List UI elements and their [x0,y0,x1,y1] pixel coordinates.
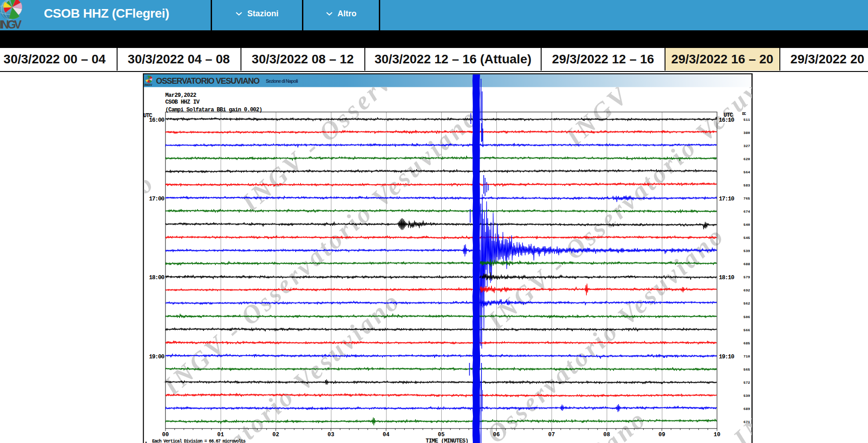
svg-text:CSOB HHZ IV: CSOB HHZ IV [165,99,199,105]
svg-text:511: 511 [743,117,750,121]
svg-text:08: 08 [603,431,610,438]
svg-text:19:00: 19:00 [149,353,165,360]
svg-text:INGV: INGV [144,83,152,86]
svg-text:05: 05 [438,431,444,438]
svg-text:620: 620 [743,157,750,161]
svg-text:539: 539 [743,393,750,397]
svg-text:INGV: INGV [0,18,22,30]
svg-text:327: 327 [743,143,750,148]
svg-text:06: 06 [493,431,500,438]
svg-text:DC: DC [742,112,746,116]
svg-text:Sezione di Napoli: Sezione di Napoli [266,78,298,84]
svg-text:692: 692 [743,288,750,292]
svg-text:10: 10 [713,431,720,438]
svg-text:04: 04 [382,431,389,438]
svg-text:380: 380 [743,130,750,134]
svg-text:03: 03 [327,431,334,438]
svg-text:572: 572 [743,380,750,384]
svg-text:688: 688 [743,262,750,266]
svg-text:00: 00 [162,431,169,438]
svg-text:583: 583 [743,183,750,187]
svg-text:09: 09 [658,431,665,438]
svg-text:506: 506 [743,314,750,319]
svg-text:540: 540 [743,223,750,227]
svg-text:02: 02 [272,431,279,438]
svg-text:710: 710 [743,354,750,358]
svg-text:671: 671 [743,420,750,424]
svg-text:564: 564 [743,170,750,174]
svg-text:566: 566 [743,328,750,332]
svg-text:01: 01 [217,431,224,438]
svg-text:16:10: 16:10 [719,116,735,123]
svg-text:17:00: 17:00 [149,195,165,202]
svg-text:19:10: 19:10 [719,353,735,360]
svg-text:A: A [145,441,147,443]
svg-text:18:10: 18:10 [719,274,735,281]
svg-text:674: 674 [743,210,750,214]
svg-text:16:00: 16:00 [149,116,165,123]
svg-text:545: 545 [743,236,750,240]
svg-text:562: 562 [743,301,750,305]
svg-text:17:10: 17:10 [719,195,735,202]
svg-text:565: 565 [743,367,750,371]
svg-text:OSSERVATORIO VESUVIANO: OSSERVATORIO VESUVIANO [156,76,259,85]
svg-text:685: 685 [743,341,750,345]
svg-text:Mar29,2022: Mar29,2022 [165,92,196,99]
svg-text:TIME (MINUTES): TIME (MINUTES) [425,438,468,443]
svg-text:07: 07 [548,431,555,438]
svg-text:765: 765 [743,196,750,200]
svg-text:Each Vertical Division = 66.: Each Vertical Division = 66.67 microvolt… [152,438,245,443]
svg-text:539: 539 [743,249,750,253]
svg-text:(Campi Solfatara BBi gain 0.00: (Campi Solfatara BBi gain 0.002) [165,106,262,113]
svg-text:689: 689 [743,406,750,410]
svg-text:18:00: 18:00 [149,274,165,281]
svg-text:579: 579 [743,275,750,279]
